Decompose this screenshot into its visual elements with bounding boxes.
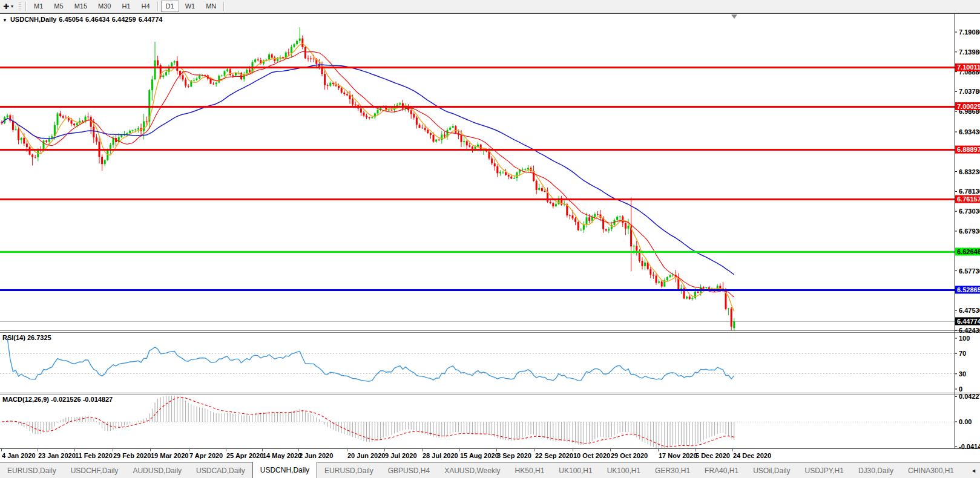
date-tick xyxy=(534,449,535,451)
date-tick xyxy=(496,449,497,451)
svg-text:0: 0 xyxy=(959,385,962,393)
trading-app-window: ✚ ▾ M1M5M15M30H1H4D1W1MN 7.190807.139807… xyxy=(0,0,980,478)
date-tick xyxy=(298,449,299,451)
chart-tab-us[interactable]: US xyxy=(961,463,968,478)
macd-indicator-label: MACD(12,26,9) -0.021526 -0.014827 xyxy=(2,396,113,403)
svg-text:6.88897: 6.88897 xyxy=(957,146,980,153)
svg-text:7.19080: 7.19080 xyxy=(959,28,980,36)
date-label: 11 Feb 2020 xyxy=(75,452,113,459)
svg-text:6.76157: 6.76157 xyxy=(957,195,980,203)
date-label: 23 Jan 2020 xyxy=(38,452,76,459)
toolbar-separator xyxy=(157,2,159,11)
date-label: 17 Nov 2020 xyxy=(659,452,697,459)
date-tick xyxy=(384,449,385,451)
chart-tab-usdcnh-daily[interactable]: USDCNH,Daily xyxy=(252,462,317,478)
chart-tab-eurusd-daily[interactable]: EURUSD,Daily xyxy=(0,463,64,478)
chart-tab-dj30-daily[interactable]: DJ30,Daily xyxy=(851,463,901,478)
timeframe-button-m15[interactable]: M15 xyxy=(70,1,92,12)
chart-ohlc-title[interactable]: ▼USDCNH,Daily6.450546.464346.442596.4477… xyxy=(2,16,165,23)
chart-tab-hk50-h1[interactable]: HK50,H1 xyxy=(508,463,552,478)
date-tick xyxy=(38,449,38,451)
collapse-triangle-icon[interactable]: ▼ xyxy=(2,18,7,23)
date-tick xyxy=(150,449,151,451)
date-tick xyxy=(459,449,460,451)
chart-tab-ger30-h1[interactable]: GER30,H1 xyxy=(648,463,697,478)
timeframe-button-w1[interactable]: W1 xyxy=(180,1,200,12)
svg-text:30: 30 xyxy=(959,370,966,378)
date-label: 5 Dec 2020 xyxy=(696,452,730,459)
rsi-indicator-label: RSI(14) 26.7325 xyxy=(2,334,51,341)
date-label: 22 Sep 2020 xyxy=(535,452,573,459)
svg-text:70: 70 xyxy=(959,350,966,357)
price-chart-svg[interactable]: 7.190807.139807.088807.037806.986806.934… xyxy=(0,0,980,449)
chevron-down-icon[interactable]: ▾ xyxy=(11,4,13,9)
date-label: 4 Jan 2020 xyxy=(2,452,36,459)
svg-text:6.78130: 6.78130 xyxy=(959,188,980,195)
date-axis[interactable]: 4 Jan 202023 Jan 202011 Feb 202029 Feb 2… xyxy=(0,449,980,462)
date-label: 25 Apr 2020 xyxy=(226,452,263,459)
date-label: 28 Jul 2020 xyxy=(423,452,458,459)
svg-text:0.042275: 0.042275 xyxy=(959,393,980,400)
timeframe-button-h1[interactable]: H1 xyxy=(117,1,135,12)
timeframe-button-m30[interactable]: M30 xyxy=(93,1,116,12)
low-value: 6.44259 xyxy=(112,16,136,23)
date-label: 7 Apr 2020 xyxy=(189,452,223,459)
svg-text:7.13980: 7.13980 xyxy=(959,48,980,56)
chart-tab-fra40-h1[interactable]: FRA40,H1 xyxy=(697,463,746,478)
symbol-period-label: USDCNH,Daily xyxy=(10,16,56,23)
toolbar-separator xyxy=(223,2,225,11)
tab-scroll-left-icon[interactable]: ◄ xyxy=(968,468,979,474)
timeframe-button-mn[interactable]: MN xyxy=(201,1,221,12)
date-tick xyxy=(262,449,263,451)
svg-text:6.73030: 6.73030 xyxy=(959,208,980,215)
date-tick xyxy=(610,449,611,451)
date-tick xyxy=(189,449,189,451)
chart-tab-china300-h1[interactable]: CHINA300,H1 xyxy=(901,463,961,478)
chart-tab-usdchf-daily[interactable]: USDCHF,Daily xyxy=(64,463,126,478)
svg-text:6.44774: 6.44774 xyxy=(957,318,980,325)
chart-tab-usdjpy-h1[interactable]: USDJPY,H1 xyxy=(797,463,850,478)
open-value: 6.45054 xyxy=(59,16,83,23)
chart-tab-uk100-h1[interactable]: UK100,H1 xyxy=(600,463,648,478)
svg-text:100: 100 xyxy=(959,335,970,342)
date-label: 20 Jun 2020 xyxy=(347,452,385,459)
cursor-tool-button[interactable]: ✚ ▾ xyxy=(1,2,15,11)
svg-text:-0.04148: -0.04148 xyxy=(959,443,980,449)
chart-tab-gbpusd-h4[interactable]: GBPUSD,H4 xyxy=(381,463,437,478)
svg-text:6.62646: 6.62646 xyxy=(957,248,980,255)
timeframe-button-m5[interactable]: M5 xyxy=(49,1,68,12)
chart-tab-eurusd-daily[interactable]: EURUSD,Daily xyxy=(317,463,381,478)
close-value: 6.44774 xyxy=(139,16,163,23)
timeframe-button-d1[interactable]: D1 xyxy=(161,1,179,12)
date-label: 2 Jun 2020 xyxy=(299,452,333,459)
timeframe-button-h4[interactable]: H4 xyxy=(137,1,155,12)
svg-text:6.47530: 6.47530 xyxy=(959,307,980,314)
chart-tabbar: EURUSD,DailyUSDCHF,DailyAUDUSD,DailyUSDC… xyxy=(0,462,980,478)
date-tick xyxy=(226,449,226,451)
chart-tab-usdcad-daily[interactable]: USDCAD,Daily xyxy=(189,463,252,478)
chart-tab-audusd-daily[interactable]: AUDUSD,Daily xyxy=(125,463,189,478)
date-label: 24 Dec 2020 xyxy=(733,452,771,459)
svg-text:6.42430: 6.42430 xyxy=(959,327,980,334)
date-label: 14 May 2020 xyxy=(263,452,301,459)
timeframe-button-m1[interactable]: M1 xyxy=(29,1,48,12)
tab-scroll-arrows: ◄► xyxy=(968,463,980,478)
chart-tab-usoil-daily[interactable]: USOil,Daily xyxy=(746,463,797,478)
chart-tab-xauusd-weekly[interactable]: XAUUSD,Weekly xyxy=(437,463,507,478)
date-tick xyxy=(732,449,733,451)
date-label: 29 Oct 2020 xyxy=(611,452,648,459)
chart-tab-uk100-h1[interactable]: UK100,H1 xyxy=(551,463,599,478)
date-label: 19 Mar 2020 xyxy=(151,452,188,459)
svg-text:7.00029: 7.00029 xyxy=(957,103,980,110)
date-tick xyxy=(74,449,75,451)
date-label: 10 Oct 2020 xyxy=(573,452,610,459)
svg-text:6.67930: 6.67930 xyxy=(959,228,980,235)
svg-text:7.03780: 7.03780 xyxy=(959,88,980,95)
date-label: 9 Jul 2020 xyxy=(385,452,417,459)
date-label: 3 Sep 2020 xyxy=(497,452,531,459)
date-tick xyxy=(113,449,113,451)
date-tick xyxy=(695,449,696,451)
toolbar-grip[interactable] xyxy=(19,2,21,11)
date-tick xyxy=(658,449,659,451)
svg-text:7.10011: 7.10011 xyxy=(957,64,980,71)
